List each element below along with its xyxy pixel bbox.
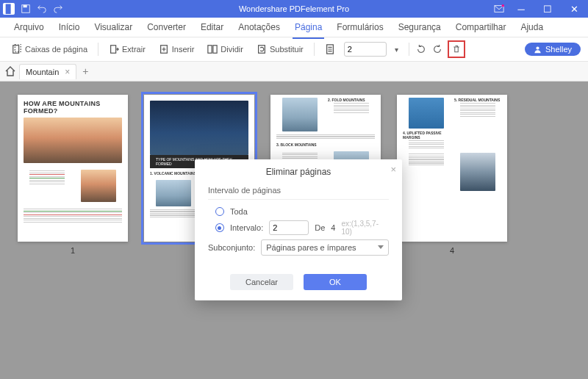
rotate-left-icon[interactable] [415, 43, 427, 55]
range-input[interactable] [269, 220, 309, 235]
menu-formularios[interactable]: Formulários [330, 19, 390, 35]
of-label: De [315, 223, 325, 232]
maximize-button[interactable]: ☐ [538, 0, 557, 18]
tab-label: Mountain [26, 68, 59, 76]
svg-point-12 [536, 46, 539, 49]
user-icon [534, 46, 542, 54]
save-icon[interactable] [21, 4, 31, 14]
cancel-button[interactable]: Cancelar [230, 274, 293, 290]
delete-pages-dialog: Eliminar páginas × Intervalo de páginas … [195, 159, 402, 300]
svg-rect-8 [208, 46, 212, 54]
menu-visualizar[interactable]: Visualizar [87, 19, 139, 35]
document-tab[interactable]: Mountain × [19, 64, 76, 79]
menu-pagina[interactable]: Página [288, 19, 329, 35]
subset-select[interactable]: Páginas pares e ímpares [261, 239, 389, 256]
radio-all-label: Toda [230, 207, 248, 216]
svg-rect-1 [24, 5, 27, 8]
delete-page-icon[interactable] [448, 40, 465, 58]
dialog-section-label: Intervalo de páginas [208, 186, 389, 195]
app-logo: ▊ [3, 3, 15, 15]
menu-converter[interactable]: Converter [140, 19, 193, 35]
undo-icon[interactable] [37, 4, 47, 14]
tab-add-button[interactable]: + [82, 65, 88, 77]
page-number-input[interactable] [344, 42, 387, 57]
thumb-1[interactable]: HOW ARE MOUNTAINS FORMED? 1 [18, 95, 128, 255]
chevron-down-icon[interactable]: ▾ [391, 43, 403, 55]
page1-title: HOW ARE MOUNTAINS FORMED? [18, 95, 128, 118]
insert-button[interactable]: Inserir [154, 42, 199, 57]
mail-icon[interactable] [494, 4, 504, 14]
radio-range[interactable] [215, 223, 224, 232]
home-icon[interactable] [4, 65, 16, 77]
menu-bar: Arquivo Início Visualizar Converter Edit… [0, 18, 588, 37]
menu-anotacoes[interactable]: Anotações [232, 19, 287, 35]
menu-arquivo[interactable]: Arquivo [7, 19, 51, 35]
page-nav-icon[interactable] [320, 42, 340, 57]
radio-range-row[interactable]: Intervalo: De 4 ex:(1,3,5,7-10) [215, 220, 389, 236]
rotate-right-icon[interactable] [431, 43, 443, 55]
svg-rect-9 [213, 46, 217, 54]
minimize-button[interactable]: ─ [512, 0, 531, 18]
of-value: 4 [331, 223, 335, 232]
svg-point-3 [502, 4, 505, 7]
dialog-title: Eliminar páginas × [195, 159, 402, 183]
radio-all[interactable] [215, 207, 224, 216]
extract-label: Extrair [122, 45, 146, 54]
replace-label: Substituir [270, 45, 304, 54]
close-button[interactable]: ✕ [564, 0, 584, 18]
pagebox-label: Caixas de página [25, 45, 87, 54]
menu-editar[interactable]: Editar [194, 19, 230, 35]
thumb-1-label: 1 [71, 246, 75, 255]
insert-label: Inserir [172, 45, 195, 54]
split-label: Dividir [220, 45, 243, 54]
user-name: Shelley [545, 45, 572, 54]
dialog-close-icon[interactable]: × [390, 164, 396, 175]
menu-seguranca[interactable]: Segurança [392, 19, 448, 35]
range-hint: ex:(1,3,5,7-10) [341, 220, 389, 236]
redo-icon[interactable] [53, 4, 63, 14]
ok-button[interactable]: OK [304, 274, 367, 290]
title-bar: ▊ Wondershare PDFelement Pro ─ ☐ ✕ [0, 0, 588, 18]
svg-rect-6 [111, 46, 116, 54]
menu-ajuda[interactable]: Ajuda [514, 19, 550, 35]
thumbnail-workspace: HOW ARE MOUNTAINS FORMED? 1 TYPE OF MOUN… [0, 82, 588, 379]
split-button[interactable]: Dividir [203, 42, 248, 57]
user-pill[interactable]: Shelley [525, 43, 581, 56]
menu-inicio[interactable]: Início [52, 19, 87, 35]
tab-close-icon[interactable]: × [65, 67, 70, 77]
page-toolbar: Caixas de página Extrair Inserir Dividir… [0, 37, 588, 62]
radio-range-label: Intervalo: [230, 223, 263, 232]
pagebox-button[interactable]: Caixas de página [7, 42, 92, 57]
thumb-4-label: 4 [450, 246, 454, 255]
replace-button[interactable]: Substituir [252, 42, 308, 57]
thumb-4[interactable]: 4. UPLIFTED PASSIVE MARGINS5. RESIDUAL M… [397, 95, 507, 255]
radio-all-row[interactable]: Toda [215, 207, 389, 216]
extract-button[interactable]: Extrair [104, 42, 150, 57]
subset-label: Subconjunto: [208, 243, 255, 252]
menu-compartilhar[interactable]: Compartilhar [449, 19, 513, 35]
document-tabbar: Mountain × + [0, 62, 588, 82]
